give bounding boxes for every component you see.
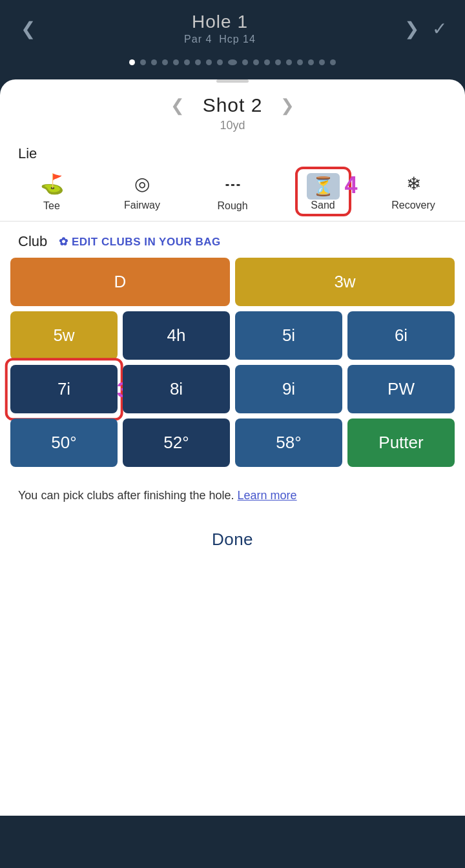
rough-label: Rough (217, 200, 247, 212)
club-7i-border (5, 358, 123, 421)
club-50[interactable]: 50° (10, 418, 118, 467)
club-58[interactable]: 58° (235, 418, 342, 467)
club-row-3: 7i 3 8i 9i PW (0, 365, 465, 413)
shot-distance: 10yd (0, 119, 465, 132)
next-hole-button[interactable]: ❯ (397, 16, 427, 42)
recovery-icon: ❄ (406, 173, 421, 194)
dot-10[interactable] (242, 59, 248, 65)
lie-sand[interactable]: ⏳ Sand 4 (294, 173, 352, 211)
dot-16[interactable] (308, 59, 314, 65)
dot-9[interactable] (217, 59, 223, 65)
dot-18[interactable] (330, 59, 336, 65)
lie-options: ⛳ Tee ◎ Fairway 𝌀 Rough ⏳ Sand 4 ❄ Recov… (0, 166, 465, 222)
sand-box: ⏳ Sand 4 (307, 173, 340, 211)
prev-hole-button[interactable]: ❮ (13, 16, 43, 42)
tee-icon: ⛳ (40, 172, 64, 195)
main-card: ❮ Shot 2 ❯ 10yd Lie ⛳ Tee ◎ Fairway 𝌀 Ro… (0, 79, 465, 816)
fairway-icon: ◎ (134, 173, 150, 194)
dot-15[interactable] (297, 59, 303, 65)
dot-12[interactable] (264, 59, 270, 65)
dot-11[interactable] (253, 59, 259, 65)
dot-5[interactable] (173, 59, 179, 65)
lie-recovery[interactable]: ❄ Recovery (384, 173, 442, 211)
sand-label: Sand (311, 200, 335, 211)
sand-icon: ⏳ (307, 173, 340, 200)
sand-number-annotation: 4 (344, 172, 357, 199)
club-4h[interactable]: 4h (123, 311, 230, 360)
header: ❮ Hole 1 Par 4 Hcp 14 ❯ ✓ (0, 0, 465, 54)
dot-2[interactable] (140, 59, 146, 65)
dot-1[interactable] (129, 59, 135, 65)
club-PW[interactable]: PW (347, 365, 455, 413)
club-7i[interactable]: 7i 3 (10, 365, 118, 413)
info-text: You can pick clubs after finishing the h… (0, 472, 465, 510)
shot-title: Shot 2 (203, 94, 263, 116)
club-9i[interactable]: 9i (235, 365, 342, 413)
club-D[interactable]: D (10, 258, 230, 306)
hole-par-hcp: Par 4 Hcp 14 (43, 34, 397, 45)
learn-more-link[interactable]: Learn more (238, 489, 297, 502)
club-row-2: 5w 4h 5i 6i (0, 311, 465, 360)
dot-6[interactable] (184, 59, 190, 65)
done-button[interactable]: Done (212, 530, 253, 550)
prev-shot-button[interactable]: ❮ (165, 96, 190, 116)
dot-4[interactable] (162, 59, 168, 65)
lie-tee[interactable]: ⛳ Tee (23, 172, 81, 212)
club-header: Club ✿ EDIT CLUBS IN YOUR BAG (0, 222, 465, 258)
club-8i[interactable]: 8i (123, 365, 230, 413)
dot-17[interactable] (319, 59, 325, 65)
fairway-label: Fairway (124, 200, 160, 211)
dot-14[interactable] (286, 59, 292, 65)
next-shot-button[interactable]: ❯ (275, 96, 300, 116)
club-row-1: D 3w (0, 258, 465, 306)
dot-8[interactable] (206, 59, 212, 65)
edit-clubs-button[interactable]: ✿ EDIT CLUBS IN YOUR BAG (59, 235, 220, 249)
shot-header: ❮ Shot 2 ❯ (0, 83, 465, 119)
rough-icon: 𝌀 (224, 172, 242, 195)
hole-title: Hole 1 (43, 12, 397, 32)
hole-info: Hole 1 Par 4 Hcp 14 (43, 12, 397, 45)
dot-spacer (228, 59, 237, 65)
tee-label: Tee (43, 200, 60, 212)
dot-13[interactable] (275, 59, 281, 65)
dot-7[interactable] (195, 59, 201, 65)
club-label: Club (18, 233, 47, 250)
club-putter[interactable]: Putter (347, 418, 455, 467)
recovery-label: Recovery (391, 200, 435, 211)
hole-dots (0, 54, 465, 72)
club-3w[interactable]: 3w (235, 258, 455, 306)
done-section: Done (0, 510, 465, 563)
lie-label: Lie (0, 139, 465, 166)
lie-fairway[interactable]: ◎ Fairway (113, 173, 171, 211)
club-5w[interactable]: 5w (10, 311, 118, 360)
confirm-button[interactable]: ✓ (427, 16, 452, 42)
lie-rough[interactable]: 𝌀 Rough (203, 172, 262, 212)
club-6i[interactable]: 6i (347, 311, 455, 360)
dot-3[interactable] (151, 59, 157, 65)
club-row-4: 50° 52° 58° Putter (0, 418, 465, 467)
club-52[interactable]: 52° (123, 418, 230, 467)
club-5i[interactable]: 5i (235, 311, 342, 360)
